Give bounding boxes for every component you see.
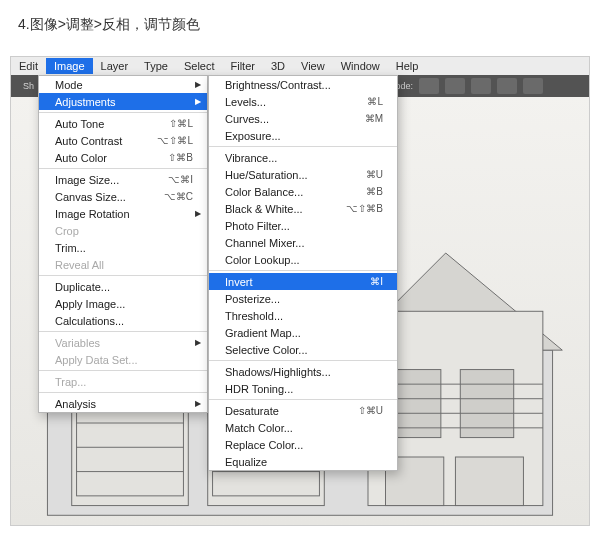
- menu-item-adjustments[interactable]: Adjustments: [39, 93, 207, 110]
- menu-item[interactable]: Replace Color...: [209, 436, 397, 453]
- menu-help[interactable]: Help: [388, 58, 427, 74]
- menu-item[interactable]: Levels...⌘L: [209, 93, 397, 110]
- menu-item[interactable]: Color Lookup...: [209, 251, 397, 268]
- menu-item[interactable]: Auto Color⇧⌘B: [39, 149, 207, 166]
- tool-icon[interactable]: [523, 78, 543, 94]
- menu-item[interactable]: Gradient Map...: [209, 324, 397, 341]
- menu-item: Apply Data Set...: [39, 351, 207, 368]
- tutorial-caption: 4.图像>调整>反相，调节颜色: [0, 0, 600, 56]
- menu-item[interactable]: Exposure...: [209, 127, 397, 144]
- menu-item[interactable]: Desaturate⇧⌘U: [209, 402, 397, 419]
- adjustments-submenu: Brightness/Contrast...Levels...⌘LCurves.…: [208, 75, 398, 471]
- menu-item-invert[interactable]: Invert⌘I: [209, 273, 397, 290]
- menu-item[interactable]: Threshold...: [209, 307, 397, 324]
- menu-item[interactable]: Brightness/Contrast...: [209, 76, 397, 93]
- toolbar-label: Sh: [23, 81, 34, 91]
- menu-item: Variables: [39, 334, 207, 351]
- menu-item[interactable]: Duplicate...: [39, 278, 207, 295]
- menu-item[interactable]: Posterize...: [209, 290, 397, 307]
- menu-filter[interactable]: Filter: [223, 58, 263, 74]
- menu-item: Trap...: [39, 373, 207, 390]
- menu-item: Crop: [39, 222, 207, 239]
- menu-item[interactable]: Image Size...⌥⌘I: [39, 171, 207, 188]
- menu-type[interactable]: Type: [136, 58, 176, 74]
- menu-item[interactable]: Curves...⌘M: [209, 110, 397, 127]
- menubar: EditImageLayerTypeSelectFilter3DViewWind…: [11, 57, 589, 75]
- menu-item[interactable]: Trim...: [39, 239, 207, 256]
- menu-layer[interactable]: Layer: [93, 58, 137, 74]
- menu-item[interactable]: Black & White...⌥⇧⌘B: [209, 200, 397, 217]
- tool-icon[interactable]: [445, 78, 465, 94]
- menu-item[interactable]: Auto Contrast⌥⇧⌘L: [39, 132, 207, 149]
- menu-item[interactable]: Analysis: [39, 395, 207, 412]
- menu-item[interactable]: Channel Mixer...: [209, 234, 397, 251]
- svg-rect-16: [455, 457, 523, 506]
- menu-item[interactable]: Image Rotation: [39, 205, 207, 222]
- menu-item[interactable]: Hue/Saturation...⌘U: [209, 166, 397, 183]
- menu-item: Reveal All: [39, 256, 207, 273]
- tool-icon[interactable]: [419, 78, 439, 94]
- menu-item[interactable]: Vibrance...: [209, 149, 397, 166]
- tool-icon[interactable]: [471, 78, 491, 94]
- menu-3d[interactable]: 3D: [263, 58, 293, 74]
- menu-item[interactable]: Photo Filter...: [209, 217, 397, 234]
- menu-item[interactable]: Selective Color...: [209, 341, 397, 358]
- menu-item[interactable]: Equalize: [209, 453, 397, 470]
- photoshop-window: EditImageLayerTypeSelectFilter3DViewWind…: [10, 56, 590, 526]
- menu-item[interactable]: Color Balance...⌘B: [209, 183, 397, 200]
- menu-item[interactable]: Calculations...: [39, 312, 207, 329]
- menu-edit[interactable]: Edit: [11, 58, 46, 74]
- menu-window[interactable]: Window: [333, 58, 388, 74]
- menu-item[interactable]: HDR Toning...: [209, 380, 397, 397]
- image-menu-dropdown: ModeAdjustmentsAuto Tone⇧⌘LAuto Contrast…: [38, 75, 208, 413]
- menu-image[interactable]: Image: [46, 58, 93, 74]
- menu-view[interactable]: View: [293, 58, 333, 74]
- tool-icon[interactable]: [497, 78, 517, 94]
- menu-item[interactable]: Auto Tone⇧⌘L: [39, 115, 207, 132]
- menu-item[interactable]: Match Color...: [209, 419, 397, 436]
- menu-item[interactable]: Apply Image...: [39, 295, 207, 312]
- menu-select[interactable]: Select: [176, 58, 223, 74]
- menu-item[interactable]: Shadows/Highlights...: [209, 363, 397, 380]
- menu-item[interactable]: Mode: [39, 76, 207, 93]
- menu-item[interactable]: Canvas Size...⌥⌘C: [39, 188, 207, 205]
